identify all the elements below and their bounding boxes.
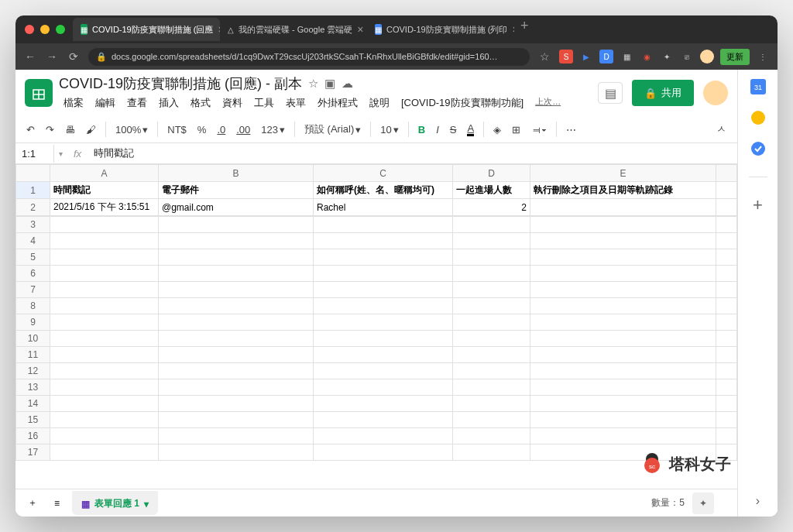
cell[interactable]	[314, 331, 453, 347]
cell[interactable]	[314, 379, 453, 396]
cell[interactable]	[314, 428, 453, 444]
cell[interactable]	[50, 217, 159, 233]
cell[interactable]	[530, 199, 716, 216]
cell[interactable]: Rachel	[314, 199, 453, 216]
select-all-corner[interactable]	[16, 165, 50, 182]
cell[interactable]	[716, 217, 737, 233]
status-count[interactable]: 數量：5	[651, 496, 685, 510]
italic-button[interactable]: I	[431, 121, 444, 139]
namebox-dropdown[interactable]: ▾	[54, 146, 67, 161]
name-box[interactable]: 1:1	[15, 145, 54, 163]
cell[interactable]: @gmail.com	[159, 199, 314, 216]
row-header[interactable]: 14	[16, 396, 50, 412]
cell[interactable]	[314, 412, 453, 428]
ext-icon[interactable]: D	[599, 50, 613, 63]
menu-addons[interactable]: 外掛程式	[313, 94, 362, 112]
cell[interactable]	[159, 282, 314, 298]
row-header[interactable]: 7	[16, 282, 50, 298]
cell[interactable]	[453, 249, 530, 266]
cell[interactable]: 時間戳記	[50, 182, 159, 199]
cell[interactable]: 2021/5/16 下午 3:15:51	[50, 199, 159, 216]
row-header[interactable]: 8	[16, 298, 50, 314]
menu-insert[interactable]: 插入	[154, 94, 184, 112]
back-button[interactable]: ←	[23, 50, 37, 63]
cell[interactable]	[530, 379, 716, 396]
sheets-logo[interactable]	[25, 79, 53, 107]
last-save[interactable]: 上次…	[530, 94, 565, 112]
ext-icon[interactable]: ◉	[640, 50, 654, 63]
cell[interactable]	[530, 282, 716, 298]
hide-panel-button[interactable]: ›	[750, 493, 766, 509]
cell[interactable]	[716, 298, 737, 314]
menu-form[interactable]: 表單	[281, 94, 311, 112]
cell[interactable]	[530, 347, 716, 363]
row-header[interactable]: 5	[16, 249, 50, 266]
cell[interactable]	[159, 396, 314, 412]
browser-tab[interactable]: ▦ COVID-19防疫實聯制措施 (回應 ×	[73, 18, 220, 41]
cell[interactable]	[530, 428, 716, 444]
cell[interactable]	[530, 331, 716, 347]
spreadsheet-grid[interactable]: A B C D E 1 時間戳記 電子郵件 如何稱呼(姓、名、暱稱均可) 一起進…	[15, 164, 737, 489]
font-select[interactable]: 預設 (Arial) ▾	[300, 119, 366, 139]
col-header-a[interactable]: A	[50, 165, 159, 182]
paint-format-button[interactable]: 🖌	[81, 121, 101, 139]
cell[interactable]	[530, 314, 716, 331]
comment-button[interactable]: ▤	[598, 82, 623, 104]
sheet-tab[interactable]: ▦ 表單回應 1 ▾	[72, 491, 158, 515]
col-header-d[interactable]: D	[453, 165, 530, 182]
cell[interactable]	[716, 266, 737, 282]
cell[interactable]	[716, 249, 737, 266]
menu-help[interactable]: 說明	[365, 94, 394, 112]
zoom-select[interactable]: 100% ▾	[111, 121, 153, 139]
decrease-decimal-button[interactable]: .0	[212, 121, 230, 139]
share-button[interactable]: 🔒共用	[632, 80, 694, 106]
cell[interactable]	[50, 428, 159, 444]
forward-button[interactable]: →	[45, 50, 59, 63]
new-tab-button[interactable]: +	[514, 18, 535, 41]
cell[interactable]	[453, 217, 530, 233]
col-header-c[interactable]: C	[314, 165, 453, 182]
cell[interactable]	[530, 298, 716, 314]
borders-button[interactable]: ⊞	[507, 121, 525, 139]
row-header[interactable]: 4	[16, 233, 50, 249]
row-header[interactable]: 16	[16, 428, 50, 444]
number-format-select[interactable]: 123 ▾	[256, 121, 290, 139]
browser-tab[interactable]: △ 我的雲端硬碟 - Google 雲端硬 ×	[220, 18, 367, 41]
maximize-icon[interactable]	[56, 25, 65, 34]
cell[interactable]	[453, 444, 530, 461]
cell[interactable]	[50, 298, 159, 314]
extensions-icon[interactable]: ✦	[660, 50, 674, 63]
cell[interactable]	[716, 199, 737, 216]
cell[interactable]	[50, 363, 159, 379]
cell[interactable]	[314, 233, 453, 249]
star-icon[interactable]: ☆	[537, 50, 551, 63]
cell[interactable]	[453, 298, 530, 314]
move-icon[interactable]: ▣	[324, 77, 335, 91]
chevron-down-icon[interactable]: ▾	[144, 499, 149, 510]
cell[interactable]	[530, 266, 716, 282]
row-header[interactable]: 13	[16, 379, 50, 396]
menu-edit[interactable]: 編輯	[91, 94, 120, 112]
cell[interactable]	[314, 314, 453, 331]
col-header-e[interactable]: E	[530, 165, 716, 182]
cell[interactable]	[453, 282, 530, 298]
cast-icon[interactable]: ⎚	[680, 50, 694, 63]
row-header[interactable]: 9	[16, 314, 50, 331]
cell[interactable]	[314, 347, 453, 363]
cell[interactable]	[530, 412, 716, 428]
row-header[interactable]: 10	[16, 331, 50, 347]
cell[interactable]: 執行刪除之項目及日期等軌跡記錄	[530, 182, 716, 199]
close-icon[interactable]: ×	[357, 23, 363, 36]
ext-icon[interactable]: S	[559, 50, 573, 63]
row-header[interactable]: 1	[16, 182, 50, 199]
star-icon[interactable]: ☆	[308, 77, 318, 91]
browser-tab[interactable]: ▦ COVID-19防疫實聯制措施 (列印 ×	[367, 18, 514, 41]
cell[interactable]	[716, 233, 737, 249]
menu-view[interactable]: 查看	[122, 94, 152, 112]
cell[interactable]	[50, 396, 159, 412]
cell[interactable]	[159, 363, 314, 379]
cell[interactable]	[716, 396, 737, 412]
url-input[interactable]: 🔒 docs.google.com/spreadsheets/d/1cq9Dwx…	[88, 48, 530, 66]
cell[interactable]	[530, 363, 716, 379]
close-icon[interactable]	[25, 25, 34, 34]
